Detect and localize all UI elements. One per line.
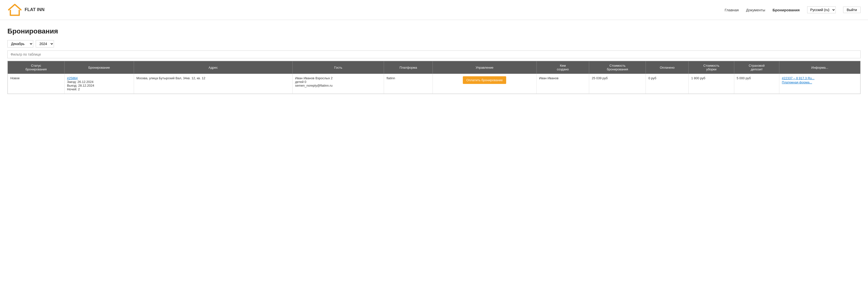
nav-home[interactable]: Главная — [725, 8, 739, 12]
col-status: Статусбронирования — [8, 61, 65, 74]
checkin-date: Заезд: 26.12.2024 — [67, 80, 94, 84]
cell-booking-cost: 25 039 руб — [589, 74, 646, 94]
logout-button[interactable]: Выйти — [843, 7, 861, 13]
info-link-1[interactable]: #22337 – 8 917.3 Ru... — [782, 76, 858, 80]
guest-name: Иван Иванов Взрослых 2 — [295, 76, 333, 80]
cell-paid: 0 руб — [646, 74, 689, 94]
nav-documents[interactable]: Документы — [746, 8, 765, 12]
year-select[interactable]: 2022202320242025 — [36, 40, 54, 48]
table-filter-input[interactable] — [7, 51, 861, 58]
main-nav: Главная Документы Бронирования Русский (… — [725, 6, 861, 13]
cell-address: Москва, улица Бутырский Вал, 34кв. 12, к… — [134, 74, 292, 94]
main-content: Бронирования ЯнварьФевральМарт АпрельМай… — [0, 20, 868, 101]
page-title: Бронирования — [7, 27, 861, 35]
info-link-2[interactable]: Платежная форма... — [782, 81, 858, 84]
bookings-table: Статусбронирования Бронирование Адрес Го… — [8, 61, 860, 94]
cell-insurance: 5 000 руб — [734, 74, 779, 94]
logo[interactable]: FLAT INN — [7, 2, 44, 17]
cell-info: #22337 – 8 917.3 Ru... Платежная форма..… — [779, 74, 860, 94]
col-booking-cost: Стоимостьбронирования — [589, 61, 646, 74]
table-filter-row — [7, 51, 861, 58]
col-booking: Бронирование — [64, 61, 134, 74]
table-row: Новое #25864 Заезд: 26.12.2024 Выезд: 28… — [8, 74, 860, 94]
logo-text: FLAT INN — [25, 7, 44, 12]
cell-management: Оплатить бронирование — [433, 74, 536, 94]
col-insurance: Страховойдепозит — [734, 61, 779, 74]
col-platform: Платформа — [384, 61, 433, 74]
logo-icon — [7, 2, 22, 17]
cell-created-by: Иван Иванов — [536, 74, 589, 94]
checkout-date: Выезд: 28.12.2024 — [67, 84, 94, 87]
cell-guest: Иван Иванов Взрослых 2 детей 0 semen_nor… — [292, 74, 384, 94]
nights-count: Ночей: 2 — [67, 87, 80, 91]
cell-cleaning-cost: 1 800 руб — [689, 74, 734, 94]
booking-link[interactable]: #25864 — [67, 76, 78, 80]
col-management: Управление — [433, 61, 536, 74]
nav-bookings[interactable]: Бронирования — [772, 8, 800, 12]
guest-email: semen_noreply@flatinn.ru — [295, 84, 333, 87]
table-header-row: Статусбронирования Бронирование Адрес Го… — [8, 61, 860, 74]
col-address: Адрес — [134, 61, 292, 74]
bookings-table-wrapper: Статусбронирования Бронирование Адрес Го… — [7, 61, 861, 94]
col-guest: Гость — [292, 61, 384, 74]
pay-booking-button[interactable]: Оплатить бронирование — [463, 76, 506, 84]
col-created-by: Кемсоздано — [536, 61, 589, 74]
cell-booking: #25864 Заезд: 26.12.2024 Выезд: 28.12.20… — [64, 74, 134, 94]
cell-platform: flatinn — [384, 74, 433, 94]
month-select[interactable]: ЯнварьФевральМарт АпрельМайИюнь ИюльАвгу… — [7, 40, 33, 48]
cell-status: Новое — [8, 74, 65, 94]
guest-children: детей 0 — [295, 80, 306, 84]
header: FLAT INN Главная Документы Бронирования … — [0, 0, 868, 20]
col-info: Информа... — [779, 61, 860, 74]
language-select[interactable]: Русский (ru) English (en) — [807, 6, 836, 13]
col-cleaning-cost: Стоимостьуборки — [689, 61, 734, 74]
col-paid: Оплачено — [646, 61, 689, 74]
date-filters: ЯнварьФевральМарт АпрельМайИюнь ИюльАвгу… — [7, 40, 861, 48]
